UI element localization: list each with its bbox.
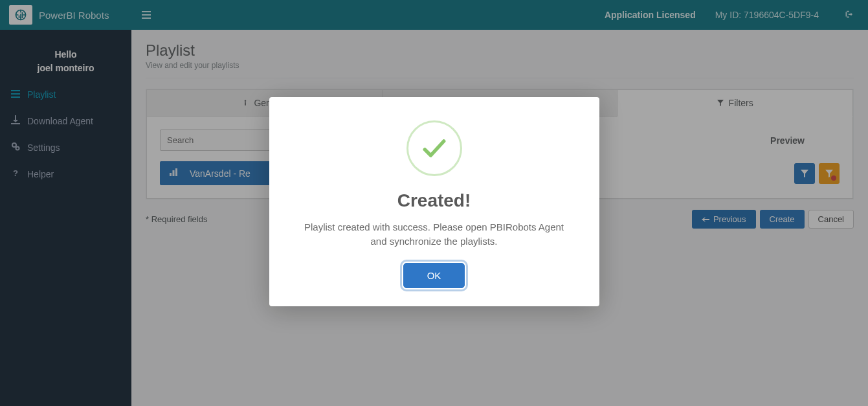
modal-message: Playlist created with success. Please op… <box>295 220 573 249</box>
success-check-icon <box>406 120 462 176</box>
modal-overlay: Created! Playlist created with success. … <box>0 0 868 406</box>
modal: Created! Playlist created with success. … <box>269 97 599 306</box>
modal-ok-button[interactable]: OK <box>403 263 465 288</box>
modal-title: Created! <box>295 190 573 211</box>
modal-ok-label: OK <box>427 270 441 281</box>
